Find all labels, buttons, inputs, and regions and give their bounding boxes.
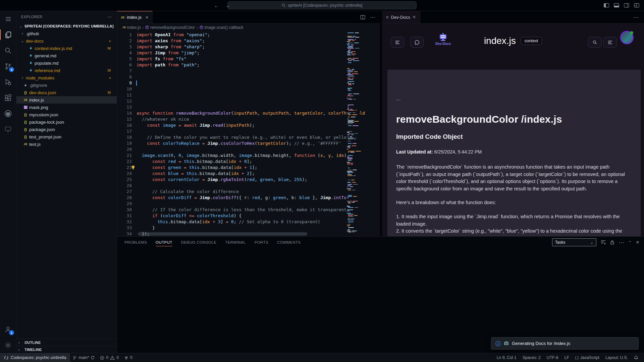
extensions-icon[interactable] <box>0 90 16 106</box>
project-root-row[interactable]: ⌄ SPRITEAI [CODESPACES: PSYCHIC UMBRELLA… <box>16 22 117 30</box>
panel-tab-ports[interactable]: PORTS <box>255 237 268 248</box>
explorer-item-package-lock-json[interactable]: {}package-lock.json <box>16 118 117 126</box>
git-branch-status[interactable]: main* <box>70 353 97 362</box>
breadcrumb-item-removebackgroundcolor[interactable]: removeBackgroundColor <box>145 25 195 30</box>
explorer-item-context-index-js-md[interactable]: context-index.js.mdM <box>16 45 117 52</box>
customize-layout-icon[interactable] <box>634 3 639 8</box>
problems-status[interactable]: 0 0 <box>97 353 121 362</box>
ports-status[interactable]: 0 <box>121 353 135 362</box>
warnings-icon <box>110 356 115 360</box>
doc-title: index.js <box>484 36 516 46</box>
explorer-item-mycustom-json[interactable]: {}mycustom.json <box>16 111 117 118</box>
panel-tab-debug-console[interactable]: DEBUG CONSOLE <box>181 237 217 248</box>
explorer-item-test-js[interactable]: JStest.js <box>16 140 117 148</box>
explorer-item-node-modules[interactable]: ›node_modules● <box>16 74 117 81</box>
git-modified-dot: ● <box>109 40 111 43</box>
tab-dev-docs[interactable]: ≡ Dev-Docs ✕ <box>382 11 420 23</box>
lightbulb-icon[interactable] <box>131 165 135 170</box>
command-center-search[interactable]: spriteAI [Codespaces: psychic umbrella] <box>227 1 417 9</box>
code-line-33: 33 } <box>117 225 380 231</box>
notification-toast[interactable]: Generating Docs for /index.js <box>491 337 639 350</box>
close-devdocs-tab-icon[interactable]: ✕ <box>413 15 416 19</box>
avatar[interactable] <box>620 31 634 44</box>
breadcrumb-item-index-js[interactable]: JSindex.js <box>122 25 141 30</box>
explorer-item-reference-md[interactable]: reference.mdM <box>16 67 117 74</box>
panel-more-icon[interactable]: ⋯ <box>619 239 624 246</box>
explorer-item-dev-docs-json[interactable]: {}dev-docs.jsonM <box>16 89 117 96</box>
doc-search-button[interactable] <box>588 37 601 48</box>
code-line-10: 10 <box>117 86 380 92</box>
github-icon[interactable] <box>0 106 16 121</box>
explorer-item-index-js[interactable]: JSindex.js <box>16 96 117 104</box>
output-channel-select[interactable]: Tasks ⌄ <box>552 238 596 246</box>
split-editor-icon[interactable] <box>360 15 365 19</box>
explorer-item-github[interactable]: ›.github <box>16 30 117 37</box>
output-channel-value: Tasks <box>555 240 566 245</box>
menu-icon[interactable] <box>0 11 16 27</box>
file-label: general.md <box>35 53 56 58</box>
panel-tab-problems[interactable]: PROBLEMS <box>124 237 147 248</box>
run-debug-icon[interactable] <box>0 74 16 90</box>
context-badge[interactable]: context <box>521 37 542 45</box>
close-panel-icon[interactable]: ✕ <box>636 240 639 245</box>
maximize-panel-icon[interactable]: ⌃ <box>629 240 632 245</box>
tab-index-js[interactable]: JS index.js ✕ <box>117 11 153 23</box>
panel-tab-output[interactable]: OUTPUT <box>156 237 172 248</box>
doc-menu-button[interactable] <box>603 37 617 48</box>
explorer-item-gitignore[interactable]: ◆.gitignore <box>16 81 117 89</box>
explorer-item-mask-png[interactable]: mask.png <box>16 104 117 111</box>
notifications-bell-icon[interactable] <box>631 353 641 362</box>
activity-bar: 4 1 <box>0 11 16 353</box>
panel-tab-comments[interactable]: COMMENTS <box>277 237 301 248</box>
status-utf-8[interactable]: UTF-8 <box>544 353 561 362</box>
clear-output-icon[interactable] <box>601 240 606 245</box>
status-lf[interactable]: LF <box>561 353 572 362</box>
status-spaces-2[interactable]: Spaces: 2 <box>520 353 544 362</box>
code-line-1: 1import OpenAI from "openai"; <box>117 32 380 38</box>
breadcrumb-separator: › <box>197 25 198 29</box>
remote-explorer-icon[interactable] <box>0 121 16 137</box>
tab-label: index.js <box>127 15 142 20</box>
settings-gear-icon[interactable] <box>0 337 16 353</box>
frontmatter-divider: --- <box>396 97 632 102</box>
code-editor[interactable]: 1import OpenAI from "openai";2import axi… <box>117 31 380 236</box>
explorer-more-icon[interactable]: ⋯ <box>107 14 112 19</box>
section-timeline[interactable]: ›TIMELINE <box>16 346 117 353</box>
markdown-icon <box>29 54 33 58</box>
panel-tab-terminal[interactable]: TERMINAL <box>225 237 246 248</box>
minimap[interactable] <box>346 31 359 236</box>
explorer-item-dev-docs[interactable]: ⌄dev-docs● <box>16 37 117 45</box>
sync-icon <box>91 356 95 360</box>
status-layout-u-s[interactable]: Layout: U.S. <box>602 353 631 362</box>
lock-icon[interactable] <box>610 240 614 245</box>
nav-forward-icon[interactable]: → <box>225 3 230 8</box>
breadcrumb-item-image-scan-callback[interactable]: image.scan() callback <box>200 25 244 30</box>
doc-breakdown-intro: Here's a breakdown of what the function … <box>396 200 632 205</box>
explorer-icon[interactable] <box>0 27 16 43</box>
horizontal-scrollbar[interactable] <box>138 232 307 236</box>
doc-list: 1. It reads the input image using the `J… <box>396 213 632 235</box>
close-tab-icon[interactable]: ✕ <box>145 15 149 20</box>
explorer-item-test-prompt-json[interactable]: {}test_prompt.json <box>16 133 117 140</box>
code-line-5: 5import fs from "fs" <box>117 56 380 62</box>
file-label: mycustom.json <box>29 112 58 117</box>
doc-content: --- removeBackgroundColor /index.js Impo… <box>387 70 641 236</box>
devdocs-more-icon[interactable]: ⋯ <box>633 14 644 20</box>
explorer-item-general-md[interactable]: general.md <box>16 52 117 59</box>
breadcrumb-separator: › <box>142 25 144 29</box>
toggle-sidebar-icon[interactable] <box>604 3 609 8</box>
toggle-secondary-sidebar-icon[interactable] <box>624 3 629 8</box>
source-control-icon[interactable]: 4 <box>0 58 16 74</box>
editor-more-icon[interactable]: ⋯ <box>370 14 375 20</box>
status-javascript[interactable]: { }JavaScript <box>572 353 602 362</box>
code-line-25: 25 const currentColor = Jimp.rgbaToInt(r… <box>117 177 380 183</box>
status-ln-9-col-1[interactable]: Ln 9, Col 1 <box>494 353 520 362</box>
toggle-panel-icon[interactable] <box>614 3 619 8</box>
accounts-icon[interactable]: 1 <box>0 321 16 337</box>
explorer-item-populate-md[interactable]: populate.md <box>16 59 117 67</box>
section-outline[interactable]: ›OUTLINE <box>16 339 117 346</box>
search-sidebar-icon[interactable] <box>0 43 16 58</box>
remote-indicator[interactable]: Codespaces: psychic umbrella <box>0 353 70 362</box>
nav-back-icon[interactable]: ← <box>214 3 219 8</box>
explorer-item-package-json[interactable]: {}package.json <box>16 126 117 133</box>
